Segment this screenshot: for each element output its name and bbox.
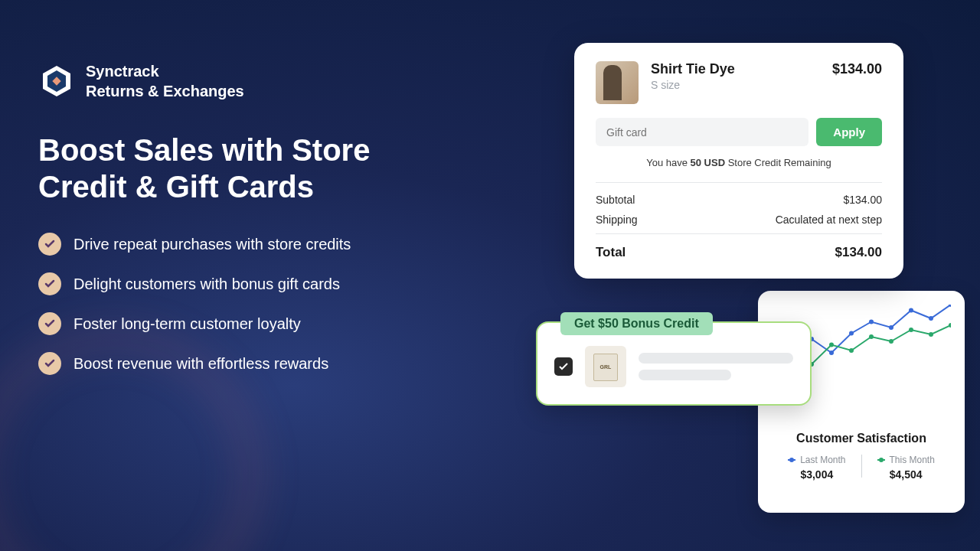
placeholder-line (639, 353, 793, 364)
brand-block: Synctrack Returns & Exchanges (38, 61, 467, 101)
product-info: Shirt Tie Dye S size (651, 61, 820, 91)
check-icon (38, 272, 61, 295)
legend-dot-icon (877, 459, 885, 461)
svg-point-11 (929, 316, 933, 321)
product-name: Shirt Tie Dye (651, 61, 820, 77)
check-icon (38, 352, 61, 375)
product-price: $134.00 (832, 61, 882, 77)
checkout-card: Shirt Tie Dye S size $134.00 Apply You h… (574, 43, 903, 279)
bonus-product-image (585, 346, 626, 387)
giftcard-row: Apply (596, 118, 882, 146)
svg-point-8 (869, 320, 874, 324)
svg-point-10 (909, 308, 913, 313)
svg-point-6 (829, 350, 834, 355)
divider (596, 233, 882, 234)
bullet-item: Drive repeat purchases with store credit… (38, 233, 467, 256)
svg-point-9 (889, 325, 893, 330)
bullet-text: Drive repeat purchases with store credit… (74, 236, 351, 253)
total-row: Total $134.00 (596, 245, 882, 260)
bonus-checkbox[interactable] (554, 357, 573, 376)
svg-point-16 (829, 343, 834, 347)
svg-point-21 (929, 332, 933, 337)
legend-divider (861, 455, 862, 478)
bullet-text: Boost revenue with effortless rewards (74, 355, 328, 373)
svg-point-17 (849, 348, 854, 353)
product-row: Shirt Tie Dye S size $134.00 (596, 61, 882, 104)
shipping-label: Shipping (596, 214, 638, 226)
total-label: Total (596, 245, 626, 260)
product-variant: S size (651, 79, 820, 91)
bullet-list: Drive repeat purchases with store credit… (38, 233, 467, 375)
subtotal-row: Subtotal $134.00 (596, 194, 882, 206)
svg-point-7 (849, 331, 854, 336)
legend-last-month: Last Month $3,004 (788, 455, 845, 481)
brand-line1: Synctrack (86, 61, 244, 81)
bullet-text: Delight customers with bonus gift cards (74, 276, 340, 293)
placeholder-line (639, 370, 731, 380)
bonus-credit-card: Get $50 Bonus Credit (536, 321, 812, 406)
subtotal-label: Subtotal (596, 194, 635, 206)
divider (596, 182, 882, 183)
satisfaction-title: Customer Satisfaction (772, 432, 951, 445)
check-icon (38, 233, 61, 256)
credit-remaining-msg: You have 50 USD Store Credit Remaining (596, 157, 882, 168)
bonus-badge: Get $50 Bonus Credit (560, 312, 713, 335)
bullet-item: Foster long-term customer loyalty (38, 312, 467, 335)
headline: Boost Sales with Store Credit & Gift Car… (38, 132, 467, 205)
bullet-item: Boost revenue with effortless rewards (38, 352, 467, 375)
legend-last-value: $3,004 (800, 468, 833, 481)
svg-point-18 (869, 334, 874, 339)
giftcard-input[interactable] (596, 118, 808, 146)
legend-this-month: This Month $4,504 (877, 455, 935, 481)
shipping-row: Shipping Caculated at next step (596, 214, 882, 226)
check-icon (38, 312, 61, 335)
apply-button[interactable]: Apply (816, 118, 882, 146)
bonus-placeholders (639, 353, 793, 380)
brand-line2: Returns & Exchanges (86, 81, 244, 101)
product-image (596, 61, 639, 104)
svg-point-20 (909, 328, 913, 332)
marketing-copy: Synctrack Returns & Exchanges Boost Sale… (38, 61, 467, 375)
bullet-text: Foster long-term customer loyalty (74, 315, 301, 333)
legend-this-value: $4,504 (890, 468, 923, 481)
brand-text: Synctrack Returns & Exchanges (86, 61, 244, 101)
subtotal-value: $134.00 (843, 194, 882, 206)
shipping-value: Caculated at next step (776, 214, 882, 226)
logo-icon (38, 63, 75, 99)
svg-point-19 (889, 339, 893, 344)
total-value: $134.00 (835, 245, 882, 260)
bullet-item: Delight customers with bonus gift cards (38, 272, 467, 295)
legend-dot-icon (788, 459, 795, 461)
satisfaction-legend: Last Month $3,004 This Month $4,504 (772, 455, 951, 481)
